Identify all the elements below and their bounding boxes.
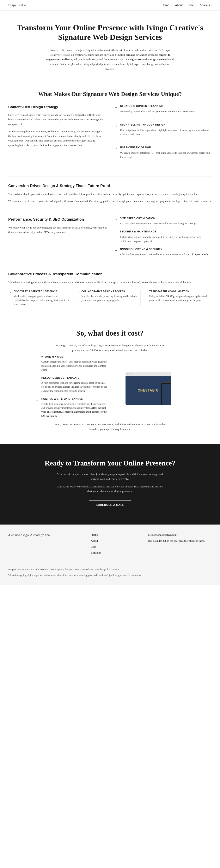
cost-feature-1: → RESOURCE/BLOG TEMPLATE A fully functio… [36,376,108,393]
unique-right-item-2: → USER-CENTRIC DESIGN We create intuitiv… [114,146,212,164]
navigation: Ivingo Creative Home About Blog Services… [0,0,220,10]
cost-feature-heading-1: RESOURCE/BLOG TEMPLATE [41,376,108,380]
arrow-right-icon: → [36,376,39,393]
performance-right: → SITE SPEED OPTIMIZATION Fast load time… [110,216,212,260]
footer-bottom: Ivingo Creative is a Maryland-based web … [8,563,212,578]
arrow-right-icon: → [36,355,39,372]
footer-nav: Home About Blog Services [91,533,142,557]
collab-item-1: → COLLABORATIVE DESIGN PROCESS Your feed… [76,289,141,306]
perf-bold-2: $25 per month. [192,253,209,256]
cta-section: Ready to Transform Your Online Presence?… [0,444,220,525]
unique-section: Content-First Design Strategy Once we've… [0,104,220,177]
footer-nav-blog[interactable]: Blog [91,545,142,549]
footer-bottom-text2: We craft engaging digital experiences th… [8,573,212,577]
nav-home[interactable]: Home [162,3,169,7]
cost-mockup-image: CHESTAB O [112,355,184,422]
arrow-right-icon: → [36,398,39,418]
collab-heading-0: DISCOVERY & STRATEGY SESSIONS [14,289,69,293]
footer-logo-area: If we had a logo, it would go here. [8,533,85,557]
collaborative-grid: → DISCOVERY & STRATEGY SESSIONS We dive … [8,289,212,306]
unique-right-body-0: We develop content that speaks to your t… [120,110,196,114]
nav-about[interactable]: About [175,3,183,7]
collab-heading-1: COLLABORATIVE DESIGN PROCESS [81,289,137,293]
footer-threads-link[interactable]: Follow us there. [187,539,205,542]
cost-feature-body-0: Custom-designed to reflect your brand's … [41,360,108,372]
arrow-right-icon: → [114,123,118,136]
cost-feature-heading-2: HOSTING & SITE MAINTENANCE [41,397,108,401]
unique-right-body-1: Our designs are built to support and hig… [120,128,212,136]
footer-contact-note: Our Founder, CJ, is fun on Threads. Foll… [148,539,212,543]
collab-item-0: → DISCOVERY & STRATEGY SESSIONS We dive … [8,289,73,306]
hero-section: Transform Your Online Presence with Ivin… [0,10,220,82]
arrow-right-icon: → [144,290,147,306]
browser-bar [125,372,171,376]
conversion-section: Conversion-Driven Design & Strategy That… [0,177,220,212]
collab-heading-2: TRANSPARENT COMMUNICATION [149,289,209,293]
arrow-right-icon: → [114,230,117,243]
performance-body: We ensure your site is not only engaging… [8,225,110,235]
footer-contact: hello@ivingocreative.com Our Founder, CJ… [148,533,212,557]
unique-section-title: What Makes Our Signature Web Design Serv… [0,82,220,104]
phone-mockup [161,382,171,405]
unique-right-item-0: → STRATEGIC CONTENT PLANNING We develop … [114,104,212,118]
nav-blog[interactable]: Blog [189,3,194,7]
unique-left-para2: While stunning design is important, we b… [8,129,104,148]
unique-right: → STRATEGIC CONTENT PLANNING We develop … [110,104,212,168]
conversion-heading: Conversion-Driven Design & Strategy That… [8,183,212,189]
hero-body-text2: , tell your brand's story, and drive con… [72,58,130,61]
clickup-emphasis: ClickUp [166,295,175,298]
conversion-para1: Your website should grow with your busin… [8,192,212,196]
schedule-call-button[interactable]: SCHEDULE A CALL [89,500,131,510]
perf-item-2: → ONGOING HOSTING & SECURITY After the f… [114,247,212,256]
unique-right-heading-2: USER-CENTRIC DESIGN [120,146,212,150]
arrow-right-icon: → [114,104,118,114]
unique-right-heading-1: STORYTELLING THROUGH DESIGN [120,123,212,127]
cta-body1: Your website should be more than just vi… [56,472,164,482]
nav-logo: Ivingo Creative [8,3,26,7]
nav-services[interactable]: Services ▾ [200,3,212,7]
collab-body-2: Using tools like ClickUp, we provide reg… [149,294,209,302]
performance-section: Performance, Security & SEO Optimization… [0,212,220,267]
cost-grid: → 5 PAGE MINIMUM Custom-designed to refl… [36,355,184,422]
website-mockup: CHESTAB O [125,372,171,405]
arrow-right-icon: → [114,248,117,256]
unique-right-item-1: → STORYTELLING THROUGH DESIGN Our design… [114,123,212,141]
cost-feature-0: → 5 PAGE MINIMUM Custom-designed to refl… [36,355,108,372]
browser-dot [127,373,129,375]
footer-email: hello@ivingocreative.com [148,533,212,537]
perf-body-2: After the first year, enjoy continued ho… [120,252,209,256]
hero-body: Your website is more than just a digital… [46,48,174,72]
arrow-right-icon: → [8,290,11,306]
footer-bottom-text1: Ivingo Creative is a Maryland-based web … [8,567,212,571]
nav-links: Home About Blog Services ▾ [162,3,212,7]
conversion-para2: We ensure every element of your site is … [8,199,212,204]
unique-grid: Content-First Design Strategy Once we've… [8,104,212,168]
cost-section: So, what does it cost? At Ivingo Creativ… [0,315,220,444]
cost-bottom-text: Every project is tailored to meet your b… [54,422,166,432]
footer-nav-home[interactable]: Home [91,533,142,537]
performance-heading: Performance, Security & SEO Optimization [8,216,110,222]
cost-heading: So, what does it cost? [12,327,208,339]
perf-heading-1: SECURITY & MAINTENANCE [120,230,212,234]
collaborative-body: We believe in working closely with our c… [8,280,212,285]
footer-email-link[interactable]: hello@ivingocreative.com [148,533,177,536]
unique-left: Content-First Design Strategy Once we've… [8,104,110,168]
footer: If we had a logo, it would go here. Home… [0,525,220,585]
footer-logo-text: If we had a logo, it would go here. [8,533,85,537]
perf-heading-0: SITE SPEED OPTIMIZATION [120,216,197,220]
perf-item-1: → SECURITY & MAINTENANCE Includes hostin… [114,230,212,243]
collab-body-1: Your feedback is vital, ensuring the des… [81,294,137,302]
cost-feature-2: → HOSTING & SITE MAINTENANCE For the fir… [36,397,108,418]
mockup-text: CHESTAB O [138,388,159,393]
unique-right-heading-0: STRATEGIC CONTENT PLANNING [120,104,196,108]
footer-nav-services[interactable]: Services [91,551,142,555]
perf-heading-2: ONGOING HOSTING & SECURITY [120,247,209,251]
browser-dot [129,373,131,375]
footer-nav-about[interactable]: About [91,539,142,543]
collaborative-section: Collaborative Process & Transparent Comm… [0,267,220,315]
arrow-right-icon: → [114,146,118,159]
cost-feature-bold-2: After the first year, enjoy hosting, sec… [41,406,107,417]
arrow-right-icon: → [114,217,117,226]
cta-heading: Ready to Transform Your Online Presence? [12,459,208,468]
cost-feature-body-2: For the first year after the design is c… [41,402,108,418]
